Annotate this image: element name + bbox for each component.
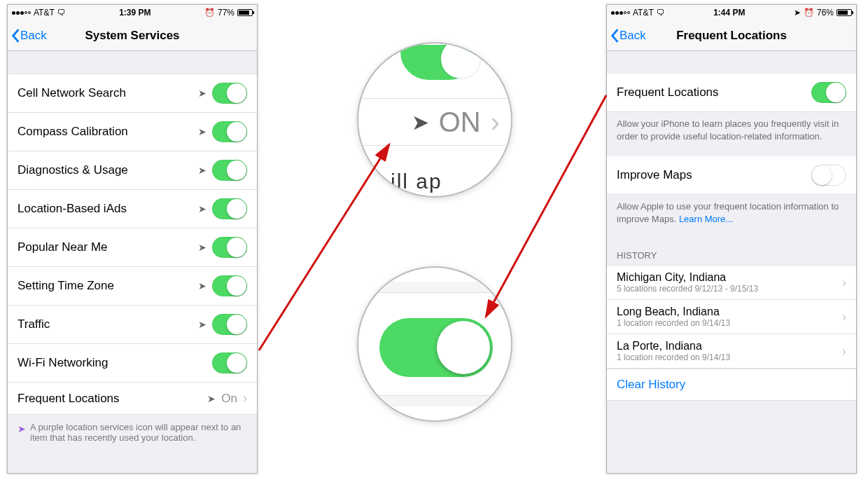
location-arrow-icon: ➤ bbox=[198, 165, 206, 176]
cell-traffic[interactable]: Traffic ➤ bbox=[8, 306, 257, 344]
freq-desc: Allow your iPhone to learn places you fr… bbox=[607, 112, 856, 148]
cell-label: Diagnostics & Usage bbox=[18, 163, 128, 177]
toggle[interactable] bbox=[212, 83, 247, 104]
toggle[interactable] bbox=[212, 352, 247, 373]
chevron-right-icon: › bbox=[842, 310, 846, 324]
location-arrow-icon: ➤ bbox=[198, 88, 206, 99]
status-time: 1:39 PM bbox=[119, 8, 150, 18]
alarm-icon: ⏰ bbox=[204, 8, 215, 18]
page-title: System Services bbox=[8, 29, 257, 43]
location-arrow-icon: ➤ bbox=[207, 393, 216, 404]
battery-pct: 77% bbox=[218, 8, 234, 18]
cell-wifi-networking[interactable]: Wi-Fi Networking bbox=[8, 344, 257, 383]
cell-label: Wi-Fi Networking bbox=[18, 356, 108, 370]
history-header: HISTORY bbox=[607, 231, 856, 265]
cell-label: Frequent Locations bbox=[18, 392, 120, 406]
learn-more-link[interactable]: Learn More... bbox=[679, 214, 733, 224]
history-item[interactable]: Long Beach, Indiana 1 location recorded … bbox=[607, 300, 856, 334]
toggle[interactable] bbox=[212, 198, 247, 219]
cell-popular-near-me[interactable]: Popular Near Me ➤ bbox=[8, 228, 257, 267]
history-title: Michigan City, Indiana bbox=[617, 271, 758, 284]
chevron-right-icon: › bbox=[491, 107, 500, 138]
cell-label: Cell Network Search bbox=[18, 86, 126, 100]
magnifier-frequent-row: ➤ ON › ill ap bbox=[357, 42, 512, 198]
status-bar: AT&T 🗨 1:39 PM ⏰ 77% bbox=[8, 5, 257, 20]
location-arrow-purple-icon: ➤ bbox=[18, 423, 26, 443]
battery-icon bbox=[836, 9, 852, 16]
clear-history-button[interactable]: Clear History bbox=[607, 369, 856, 401]
cell-frequent-locations-toggle[interactable]: Frequent Locations bbox=[607, 74, 856, 112]
alarm-icon: ⏰ bbox=[804, 8, 814, 18]
cell-label: Location-Based iAds bbox=[18, 202, 127, 216]
magnifier-toggle bbox=[357, 266, 512, 422]
cell-location-based-iads[interactable]: Location-Based iAds ➤ bbox=[8, 190, 257, 228]
location-arrow-icon: ➤ bbox=[412, 110, 429, 135]
history-sub: 5 locations recorded 9/12/13 - 9/15/13 bbox=[617, 284, 758, 294]
toggle[interactable] bbox=[811, 165, 846, 186]
footer-note: ➤ A purple location services icon will a… bbox=[8, 415, 257, 450]
cell-cell-network-search[interactable]: Cell Network Search ➤ bbox=[8, 74, 257, 113]
cell-diagnostics-usage[interactable]: Diagnostics & Usage ➤ bbox=[8, 151, 257, 190]
history-item[interactable]: La Porte, Indiana 1 location recorded on… bbox=[607, 334, 856, 369]
status-bar: AT&T 🗨 1:44 PM ➤ ⏰ 76% bbox=[607, 5, 856, 20]
cell-setting-time-zone[interactable]: Setting Time Zone ➤ bbox=[8, 267, 257, 306]
settings-list: Cell Network Search ➤ Compass Calibratio… bbox=[8, 74, 257, 415]
location-arrow-icon: ➤ bbox=[198, 319, 206, 330]
battery-icon bbox=[237, 9, 253, 16]
footer-text: A purple location services icon will app… bbox=[30, 422, 247, 443]
toggle[interactable] bbox=[212, 275, 247, 296]
mag-fragment: ill ap bbox=[391, 170, 442, 193]
signal-icon bbox=[611, 11, 630, 15]
location-arrow-icon: ➤ bbox=[198, 242, 206, 253]
history-sub: 1 location recorded on 9/14/13 bbox=[617, 318, 730, 328]
cell-label: Compass Calibration bbox=[18, 125, 128, 139]
chevron-right-icon: › bbox=[842, 344, 846, 359]
page-title: Frequent Locations bbox=[607, 29, 856, 43]
cell-label: Improve Maps bbox=[617, 168, 692, 182]
carrier-label: AT&T bbox=[34, 8, 55, 18]
cell-label: Traffic bbox=[18, 317, 50, 331]
carrier-label: AT&T bbox=[633, 8, 654, 18]
history-item[interactable]: Michigan City, Indiana 5 locations recor… bbox=[607, 265, 856, 300]
status-time: 1:44 PM bbox=[713, 8, 745, 18]
phone-system-services: AT&T 🗨 1:39 PM ⏰ 77% Back System Service… bbox=[7, 4, 258, 474]
cell-compass-calibration[interactable]: Compass Calibration ➤ bbox=[8, 113, 257, 151]
history-title: La Porte, Indiana bbox=[617, 340, 730, 352]
history-sub: 1 location recorded on 9/14/13 bbox=[617, 352, 730, 362]
toggle-zoom bbox=[379, 318, 493, 377]
history-list: Michigan City, Indiana 5 locations recor… bbox=[607, 265, 856, 369]
cell-value: On bbox=[221, 392, 237, 406]
nav-bar: Back System Services bbox=[8, 20, 257, 51]
toggle[interactable] bbox=[212, 121, 247, 142]
chevron-right-icon: › bbox=[243, 391, 247, 406]
phone-frequent-locations: AT&T 🗨 1:44 PM ➤ ⏰ 76% Back Frequent Loc… bbox=[606, 4, 857, 474]
toggle[interactable] bbox=[212, 160, 247, 181]
location-arrow-icon: ➤ bbox=[794, 8, 801, 18]
improve-desc: Allow Apple to use your frequent locatio… bbox=[607, 195, 856, 231]
cell-frequent-locations[interactable]: Frequent Locations ➤ On › bbox=[8, 383, 257, 415]
cell-improve-maps[interactable]: Improve Maps bbox=[607, 156, 856, 195]
toggle[interactable] bbox=[212, 314, 247, 335]
battery-pct: 76% bbox=[817, 8, 834, 18]
location-arrow-icon: ➤ bbox=[198, 126, 206, 137]
cell-label: Setting Time Zone bbox=[18, 279, 114, 293]
chevron-right-icon: › bbox=[842, 275, 846, 290]
signal-icon bbox=[12, 11, 31, 15]
mag-on-label: ON bbox=[439, 107, 481, 138]
cell-label: Popular Near Me bbox=[18, 240, 108, 254]
location-arrow-icon: ➤ bbox=[198, 280, 206, 292]
toggle[interactable] bbox=[811, 82, 846, 103]
location-arrow-icon: ➤ bbox=[198, 203, 206, 214]
cell-label: Frequent Locations bbox=[617, 85, 719, 100]
nav-bar: Back Frequent Locations bbox=[607, 20, 856, 51]
history-title: Long Beach, Indiana bbox=[617, 306, 730, 318]
toggle[interactable] bbox=[212, 237, 247, 258]
